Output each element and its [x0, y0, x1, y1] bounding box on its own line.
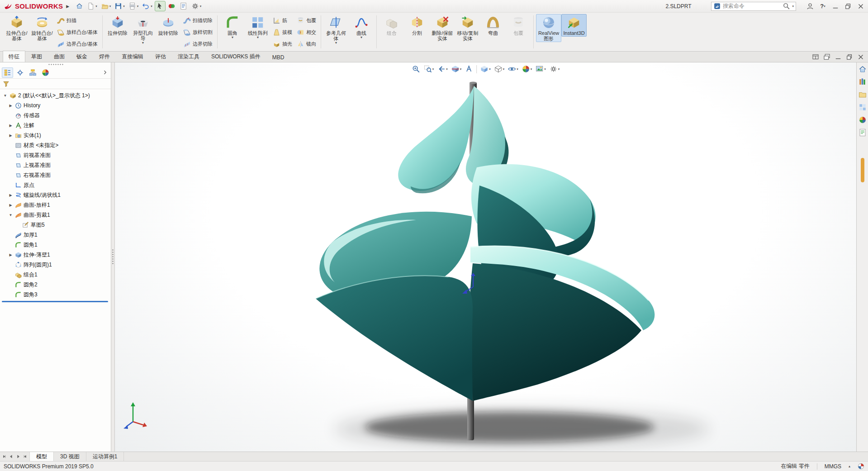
rollback-bar[interactable] [2, 301, 108, 302]
tab-sketch[interactable]: 草图 [25, 51, 48, 62]
dropdown-arrow-icon[interactable]: ▾ [200, 5, 202, 8]
tree-item-front-plane[interactable]: 前视基准面 [1, 150, 111, 160]
tab-weldments[interactable]: 焊件 [93, 51, 116, 62]
home-button[interactable] [74, 1, 85, 11]
delete-keep-body-button[interactable]: 删除/保留实体 [430, 14, 455, 42]
bottom-tab-3d-views[interactable]: 3D 视图 [54, 452, 86, 461]
bottom-tab-motion-study-1[interactable]: 运动算例1 [86, 452, 124, 461]
next-tab-button[interactable] [15, 453, 21, 460]
wrap-button[interactable]: 包覆 [294, 14, 318, 26]
tree-item-origin[interactable]: 原点 [1, 180, 111, 190]
dropdown-arrow-icon[interactable]: ▾ [517, 67, 518, 71]
curves-button[interactable]: 曲线▼ [349, 14, 374, 40]
revolved-boss-base-button[interactable]: 旋转凸台/基体 [29, 14, 55, 42]
tab-sheet-metal[interactable]: 钣金 [71, 51, 93, 62]
turbine-3d-model[interactable] [115, 62, 856, 452]
doc-restore-button[interactable] [844, 52, 855, 62]
tree-item-solid-bodies[interactable]: ▶实体(1) [1, 130, 111, 140]
tab-direct-editing[interactable]: 直接编辑 [116, 51, 149, 62]
swept-cut-button[interactable]: 扫描切除 [181, 14, 215, 26]
extruded-cut-button[interactable]: 拉伸切除 [105, 14, 130, 37]
doc-close-button[interactable] [855, 52, 866, 62]
tree-item-extrude-thin1[interactable]: ▶拉伸-薄壁1 [1, 250, 111, 260]
rebuild-button[interactable] [166, 1, 177, 11]
dropdown-arrow-icon[interactable]: ▼ [335, 41, 338, 44]
boundary-cut-button[interactable]: 边界切除 [181, 38, 215, 50]
units-selector[interactable]: MMGS [825, 463, 841, 470]
dropdown-arrow-icon[interactable]: ▾ [503, 67, 505, 71]
wrap-2-button[interactable]: 包覆 [506, 14, 531, 37]
dropdown-arrow-icon[interactable]: ▾ [137, 5, 139, 8]
view-settings-button[interactable]: ▾ [548, 64, 561, 74]
hole-wizard-button[interactable]: 异型孔向导▼ [130, 14, 156, 45]
mirror-button[interactable]: 镜向 [294, 38, 318, 50]
tree-item-material[interactable]: 材质 <未指定> [1, 140, 111, 150]
panel-splitter[interactable] [111, 62, 115, 452]
dropdown-arrow-icon[interactable]: ▾ [558, 67, 560, 71]
select-button[interactable] [155, 1, 166, 11]
close-button[interactable] [854, 1, 867, 12]
filter-funnel-icon[interactable] [3, 81, 9, 87]
tree-item-fillet2[interactable]: 圆角2 [1, 280, 111, 290]
dropdown-arrow-icon[interactable]: ▾ [109, 5, 111, 8]
edit-appearance-button[interactable]: ▾ [520, 64, 534, 74]
tree-item-thicken1[interactable]: 加厚1 [1, 230, 111, 240]
tree-item-combine1[interactable]: 组合1 [1, 270, 111, 280]
zoom-to-area-button[interactable]: ▾ [422, 64, 436, 74]
shell-button[interactable]: 抽壳 [270, 38, 294, 50]
flex-button[interactable]: 弯曲 [480, 14, 506, 37]
dropdown-arrow-icon[interactable]: ▼ [360, 36, 363, 39]
tree-item-surface-trim1[interactable]: ▼曲面-剪裁1 [1, 210, 111, 220]
units-dropdown-arrow[interactable]: ▴ [849, 464, 850, 468]
collapsed-arrow-icon[interactable]: ▶ [8, 104, 13, 108]
custom-properties-tab[interactable] [858, 128, 867, 137]
dropdown-arrow-icon[interactable]: ▼ [231, 36, 234, 39]
view-orientation-button[interactable]: ▾ [479, 64, 492, 74]
tree-root-item[interactable]: ▼2 (默认<<默认>_显示状态 1>) [1, 90, 111, 100]
displaymanager-tab[interactable] [40, 67, 51, 78]
tree-item-top-plane[interactable]: 上视基准面 [1, 160, 111, 170]
undo-button[interactable]: ▾ [141, 1, 154, 11]
last-tab-button[interactable] [22, 453, 28, 460]
fillet-button[interactable]: 圆角▼ [220, 14, 245, 40]
panel-flyout-arrow[interactable] [101, 68, 109, 76]
user-button[interactable] [804, 1, 816, 12]
bottom-tab-model[interactable]: 模型 [30, 452, 54, 461]
tree-item-fillet3[interactable]: 圆角3 [1, 290, 111, 300]
help-button[interactable]: ?▾ [816, 1, 829, 12]
tree-item-sensors[interactable]: 传感器 [1, 110, 111, 120]
file-explorer-tab[interactable] [858, 90, 867, 99]
tree-item-right-plane[interactable]: 右视基准面 [1, 170, 111, 180]
logo-flyout-arrow[interactable]: ▶ [66, 4, 69, 9]
panel-grip[interactable] [0, 62, 111, 67]
rib-button[interactable]: 筋 [270, 14, 294, 26]
collapsed-arrow-icon[interactable]: ▶ [8, 193, 13, 197]
dropdown-arrow-icon[interactable]: ▾ [95, 5, 97, 8]
print-button[interactable]: ▾ [127, 1, 140, 11]
dropdown-arrow-icon[interactable]: ▾ [531, 67, 532, 71]
boundary-boss-base-button[interactable]: 边界凸台/基体 [55, 38, 100, 50]
collapsed-arrow-icon[interactable]: ▶ [8, 253, 13, 257]
graphics-area[interactable]: ▾▾▾▾▾▾▾▾▾ [115, 62, 856, 452]
dropdown-arrow-icon[interactable]: ▾ [544, 67, 546, 71]
options-button[interactable]: ▾ [190, 1, 203, 11]
propertymanager-tab[interactable] [14, 67, 26, 78]
tree-item-history[interactable]: ▶History [1, 100, 111, 110]
minimize-button[interactable] [829, 1, 842, 12]
tab-mbd[interactable]: MBD [266, 52, 290, 62]
reference-geometry-button[interactable]: 参考几何体▼ [323, 14, 349, 45]
new-document-button[interactable]: ▾ [85, 1, 99, 11]
dropdown-arrow-icon[interactable]: ▼ [142, 41, 145, 44]
view-palette-tab[interactable] [858, 103, 867, 112]
swept-boss-base-button[interactable]: 扫描 [55, 14, 100, 26]
tab-render-tools[interactable]: 渲染工具 [172, 51, 205, 62]
doc-window-layout-button[interactable] [810, 52, 821, 62]
lofted-cut-button[interactable]: 放样切割 [181, 26, 215, 38]
first-tab-button[interactable] [1, 453, 8, 460]
expanded-arrow-icon[interactable]: ▼ [8, 213, 13, 217]
display-style-button[interactable]: ▾ [493, 64, 506, 74]
dropdown-arrow-icon[interactable]: ▾ [123, 5, 125, 8]
tree-item-helix-spiral1[interactable]: ▶螺旋线/涡状线1 [1, 190, 111, 200]
dynamic-annotation-views-button[interactable] [463, 64, 474, 74]
dropdown-arrow-icon[interactable]: ▾ [151, 5, 152, 8]
